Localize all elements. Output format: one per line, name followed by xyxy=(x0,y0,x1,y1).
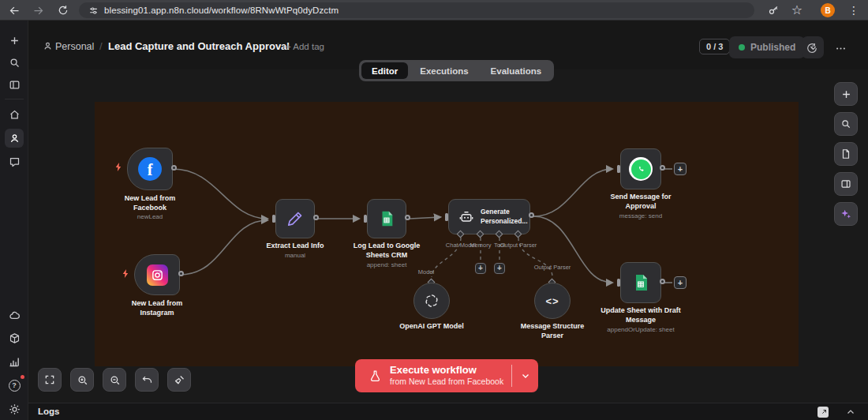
node-label: OpenAI GPT Model xyxy=(396,322,467,332)
tab-evaluations[interactable]: Evaluations xyxy=(481,62,552,79)
url-text[interactable]: blessing01.app.n8n.cloud/workflow/8RNwWt… xyxy=(104,6,339,15)
node-send-message-for-approval[interactable] xyxy=(620,148,661,189)
node-label: New Lead from Instagram xyxy=(122,299,193,317)
connection-edges xyxy=(28,69,868,403)
trigger-bolt-icon xyxy=(121,268,131,279)
address-bar[interactable]: blessing01.app.n8n.cloud/workflow/8RNwWt… xyxy=(79,2,754,18)
google-sheets-icon xyxy=(631,273,650,292)
browser-profile-avatar[interactable]: B xyxy=(821,3,835,17)
node-label: Extract Lead Info xyxy=(256,242,335,251)
help-icon[interactable]: ? xyxy=(5,376,24,395)
new-workflow-icon[interactable] xyxy=(5,31,24,50)
browser-back-icon[interactable] xyxy=(6,2,22,18)
trigger-bolt-icon xyxy=(114,162,124,172)
model-connection-label: Model xyxy=(402,268,450,276)
instagram-icon xyxy=(147,264,168,286)
search-icon[interactable] xyxy=(5,53,24,72)
zoom-in-button[interactable] xyxy=(70,368,94,392)
input-port[interactable] xyxy=(272,215,275,223)
insights-icon[interactable] xyxy=(5,352,24,371)
execute-button-subtitle: from New Lead from Facebook xyxy=(390,377,503,388)
output-port[interactable] xyxy=(660,279,665,284)
workflow-menu-icon[interactable] xyxy=(832,39,849,57)
canvas-search-button[interactable] xyxy=(834,112,858,136)
toggle-panel-button[interactable] xyxy=(834,172,858,196)
cloud-admin-icon[interactable] xyxy=(5,306,24,324)
breadcrumb-project[interactable]: Personal xyxy=(55,41,94,52)
node-openai-gpt-model[interactable] xyxy=(413,283,450,319)
workflow-title[interactable]: Lead Capture and Outreach Approval xyxy=(108,40,290,52)
published-green-dot xyxy=(739,44,745,51)
logs-panel-header[interactable]: Logs xyxy=(28,403,868,420)
robot-agent-icon xyxy=(458,209,474,225)
input-port[interactable] xyxy=(445,213,448,221)
zoom-out-button[interactable] xyxy=(103,368,126,392)
add-tag-button[interactable]: + Add tag xyxy=(286,42,324,51)
node-generate-personalized-agent[interactable]: Generate Personalized... xyxy=(448,199,530,234)
output-port[interactable] xyxy=(178,271,184,276)
node-inner-label: Generate Personalized... xyxy=(481,208,529,225)
workflow-canvas[interactable]: f New Lead from Facebook newLead New Lea… xyxy=(28,69,868,403)
project-person-icon xyxy=(43,41,53,51)
execute-workflow-button[interactable]: Execute workflow from New Lead from Face… xyxy=(355,359,538,392)
logs-popout-icon[interactable] xyxy=(817,407,829,418)
help-notification-dot xyxy=(21,375,24,379)
flask-icon xyxy=(369,369,382,383)
tidy-up-broom-button[interactable] xyxy=(167,368,191,392)
browser-reload-icon[interactable] xyxy=(55,2,71,18)
ai-assistant-button[interactable] xyxy=(834,202,858,226)
output-port[interactable] xyxy=(660,165,665,171)
version-history-icon[interactable] xyxy=(803,39,821,57)
sidebar-divider xyxy=(5,99,24,99)
password-key-icon[interactable] xyxy=(765,2,781,18)
node-log-lead-to-google-sheets-crm[interactable] xyxy=(367,199,406,238)
node-extract-lead-info[interactable] xyxy=(275,199,315,238)
output-parser-connection-label: Output Parser xyxy=(529,264,576,271)
published-status-button[interactable]: Published xyxy=(729,36,805,58)
logs-collapse-chevron-icon[interactable] xyxy=(844,407,857,418)
add-tool-button[interactable]: + xyxy=(494,263,505,274)
output-port[interactable] xyxy=(313,215,319,220)
node-subtitle: message: send xyxy=(601,212,680,219)
personal-project-icon[interactable] xyxy=(5,129,24,148)
logs-title: Logs xyxy=(38,407,59,416)
add-node-button[interactable] xyxy=(834,82,858,106)
node-update-sheet-with-draft-message[interactable] xyxy=(620,262,661,303)
input-port[interactable] xyxy=(617,279,620,287)
node-subtitle: newLead xyxy=(114,213,185,220)
bookmark-star-icon[interactable]: ☆ xyxy=(789,2,805,18)
browser-forward-icon[interactable] xyxy=(30,2,46,18)
input-port[interactable] xyxy=(617,165,620,173)
node-new-lead-from-facebook[interactable]: f xyxy=(127,148,173,190)
chat-icon[interactable] xyxy=(5,152,24,171)
fit-view-button[interactable] xyxy=(38,368,62,392)
evaluations-counter-badge: 0 / 3 xyxy=(699,39,730,54)
tab-executions[interactable]: Executions xyxy=(410,62,478,79)
node-new-lead-from-instagram[interactable] xyxy=(134,254,180,295)
add-memory-button[interactable]: + xyxy=(475,263,486,274)
home-icon[interactable] xyxy=(5,105,24,124)
output-port[interactable] xyxy=(405,215,410,220)
node-subtitle: appendOrUpdate: sheet xyxy=(593,326,688,333)
execute-options-caret-button[interactable] xyxy=(512,359,538,392)
node-message-structure-parser[interactable]: <> xyxy=(534,283,571,319)
templates-icon[interactable] xyxy=(5,328,24,347)
node-subtitle: append: sheet xyxy=(343,261,430,268)
add-node-after-update-button[interactable]: + xyxy=(674,276,687,289)
input-port[interactable] xyxy=(364,215,367,223)
output-port[interactable] xyxy=(529,212,534,218)
settings-gear-icon[interactable] xyxy=(5,399,24,418)
sticky-note-button[interactable] xyxy=(834,142,858,166)
execute-button-title: Execute workflow xyxy=(390,364,477,377)
help-question-glyph: ? xyxy=(9,380,21,392)
site-info-icon[interactable] xyxy=(85,2,101,18)
collapse-sidebar-icon[interactable] xyxy=(5,75,24,94)
google-sheets-icon xyxy=(378,210,395,227)
undo-button[interactable] xyxy=(135,368,159,392)
output-parser-port-label: Output Parser xyxy=(495,242,542,249)
add-node-after-whatsapp-button[interactable]: + xyxy=(674,163,687,175)
output-port[interactable] xyxy=(171,165,177,171)
browser-menu-icon[interactable]: ⋮ xyxy=(846,2,862,18)
node-subtitle: manual xyxy=(256,252,335,259)
tab-editor[interactable]: Editor xyxy=(361,62,408,79)
